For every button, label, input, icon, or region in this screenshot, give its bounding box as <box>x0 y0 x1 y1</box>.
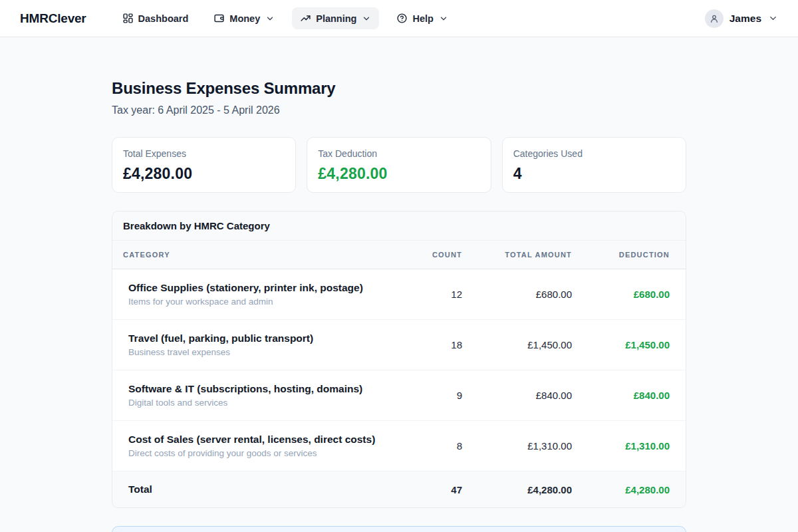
table-total-row: Total 47 £4,280.00 £4,280.00 <box>112 471 686 508</box>
category-description: Direct costs of providing your goods or … <box>128 448 382 459</box>
table-row: Software & IT (subscriptions, hosting, d… <box>112 370 686 421</box>
avatar <box>705 9 724 28</box>
breakdown-card-title: Breakdown by HMRC Category <box>112 211 686 241</box>
total-deduction: £4,280.00 <box>583 471 686 508</box>
nav-item-help[interactable]: Help <box>388 7 456 29</box>
chevron-down-icon <box>439 14 448 23</box>
category-description: Items for your workspace and admin <box>128 297 382 307</box>
count-cell: 12 <box>393 269 473 320</box>
nav-item-planning[interactable]: Planning <box>292 7 379 29</box>
nav-item-label: Planning <box>316 13 356 24</box>
breakdown-table: CATEGORY COUNT TOTAL AMOUNT DEDUCTION Of… <box>112 241 686 507</box>
wallet-icon <box>213 13 225 24</box>
deduction-cell: £840.00 <box>583 370 686 421</box>
user-avatar-icon <box>709 13 720 24</box>
stat-cards: Total Expenses £4,280.00 Tax Deduction £… <box>112 137 686 193</box>
main-content: Business Expenses Summary Tax year: 6 Ap… <box>112 37 686 532</box>
deduction-cell: £680.00 <box>583 269 686 320</box>
category-name: Cost of Sales (server rental, licenses, … <box>128 433 382 446</box>
count-cell: 18 <box>393 320 473 370</box>
nav-item-money[interactable]: Money <box>205 7 283 29</box>
nav-item-label: Help <box>412 13 433 24</box>
trending-up-icon <box>300 13 311 24</box>
column-header-count: COUNT <box>393 241 473 269</box>
category-description: Digital tools and services <box>128 398 382 408</box>
total-amount-cell: £680.00 <box>473 269 583 320</box>
stat-value: 4 <box>513 164 675 183</box>
table-header-row: CATEGORY COUNT TOTAL AMOUNT DEDUCTION <box>112 241 686 269</box>
stat-card-tax-deduction: Tax Deduction £4,280.00 <box>307 137 491 193</box>
topbar: HMRClever Dashboard Money Planning <box>0 0 798 37</box>
stat-card-total-expenses: Total Expenses £4,280.00 <box>112 137 296 193</box>
page-subtitle: Tax year: 6 April 2025 - 5 April 2026 <box>112 103 686 117</box>
deduction-cell: £1,450.00 <box>583 320 686 370</box>
nav-item-label: Dashboard <box>138 13 189 24</box>
category-name: Software & IT (subscriptions, hosting, d… <box>128 382 382 395</box>
layout-dashboard-icon <box>122 13 134 24</box>
table-row: Office Supplies (stationery, printer ink… <box>112 269 686 320</box>
main-nav: Dashboard Money Planning Help <box>114 7 456 29</box>
deduction-cell: £1,310.00 <box>583 421 686 471</box>
total-amount-cell: £840.00 <box>473 370 583 421</box>
stat-value: £4,280.00 <box>123 164 285 183</box>
table-row: Cost of Sales (server rental, licenses, … <box>112 421 686 471</box>
category-name: Travel (fuel, parking, public transport) <box>128 332 382 344</box>
nav-item-label: Money <box>229 13 260 24</box>
total-amount-cell: £1,310.00 <box>473 421 583 471</box>
column-header-deduction: DEDUCTION <box>583 241 686 269</box>
table-row: Travel (fuel, parking, public transport)… <box>112 320 686 370</box>
column-header-category: CATEGORY <box>112 241 393 269</box>
info-panel-partial <box>112 526 686 532</box>
category-description: Business travel expenses <box>128 347 382 358</box>
nav-item-dashboard[interactable]: Dashboard <box>114 7 197 29</box>
page-title: Business Expenses Summary <box>112 78 686 98</box>
chevron-down-icon <box>768 13 778 23</box>
count-cell: 8 <box>393 421 473 471</box>
total-amount-cell: £1,450.00 <box>473 320 583 370</box>
chevron-down-icon <box>362 14 371 23</box>
total-label: Total <box>112 471 393 508</box>
chevron-down-icon <box>265 14 275 23</box>
column-header-total: TOTAL AMOUNT <box>473 241 583 269</box>
count-cell: 9 <box>393 370 473 421</box>
category-name: Office Supplies (stationery, printer ink… <box>128 281 382 294</box>
user-name: James <box>730 13 761 25</box>
user-menu[interactable]: James <box>705 9 778 28</box>
brand-logo[interactable]: HMRClever <box>20 11 86 26</box>
total-count: 47 <box>393 471 473 508</box>
help-circle-icon <box>396 13 408 24</box>
stat-label: Total Expenses <box>123 148 285 160</box>
stat-card-categories-used: Categories Used 4 <box>502 137 686 193</box>
stat-label: Categories Used <box>513 148 675 160</box>
total-amount: £4,280.00 <box>473 471 583 508</box>
stat-label: Tax Deduction <box>318 148 479 160</box>
breakdown-card: Breakdown by HMRC Category CATEGORY COUN… <box>112 211 686 508</box>
stat-value: £4,280.00 <box>318 164 479 183</box>
